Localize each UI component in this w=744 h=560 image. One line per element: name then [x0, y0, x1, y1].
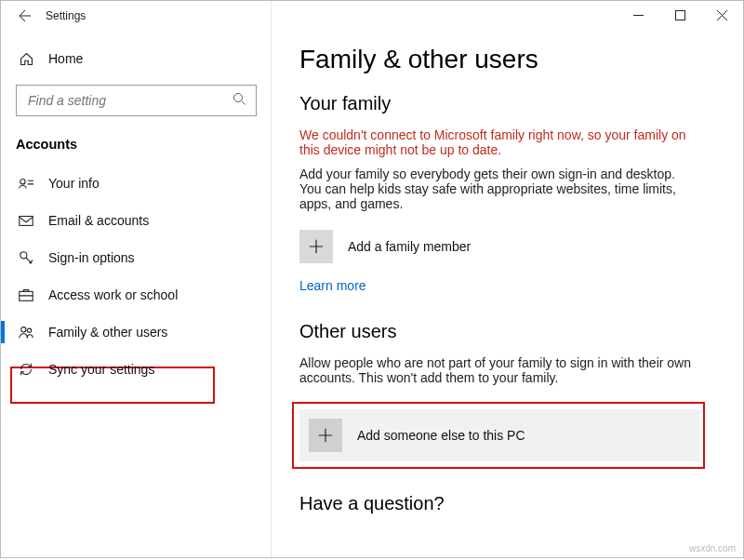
key-icon	[18, 249, 34, 266]
sidebar-item-label: Family & other users	[48, 325, 167, 340]
svg-rect-0	[676, 10, 685, 20]
sidebar-item-family-other-users[interactable]: Family & other users	[1, 313, 272, 351]
svg-point-1	[234, 94, 243, 102]
briefcase-icon	[18, 287, 34, 303]
sidebar-item-label: Sign-in options	[48, 250, 135, 265]
mail-icon	[18, 212, 34, 229]
family-error-text: We couldn't connect to Microsoft family …	[299, 127, 699, 157]
person-card-icon	[18, 175, 34, 192]
sidebar-item-access-work-school[interactable]: Access work or school	[1, 276, 272, 313]
svg-point-6	[21, 327, 26, 332]
sidebar-item-signin-options[interactable]: Sign-in options	[1, 239, 272, 276]
home-button[interactable]: Home	[1, 40, 272, 77]
search-box[interactable]	[16, 85, 257, 116]
svg-rect-3	[20, 217, 33, 226]
svg-point-7	[28, 328, 32, 332]
other-users-heading: Other users	[299, 321, 715, 342]
annotation-highlight-add-other: Add someone else to this PC	[292, 402, 705, 469]
svg-point-2	[20, 180, 25, 184]
svg-point-4	[20, 252, 27, 259]
content: Family & other users Your family We coul…	[272, 31, 743, 557]
window-controls	[618, 1, 743, 29]
add-family-member-button[interactable]: Add a family member	[299, 228, 699, 265]
sync-icon	[18, 361, 34, 378]
people-icon	[18, 324, 34, 340]
family-description: Add your family so everybody gets their …	[299, 167, 699, 211]
sidebar-section-accounts: Accounts	[1, 131, 272, 165]
question-heading: Have a question?	[299, 493, 715, 514]
plus-icon	[299, 230, 333, 263]
add-other-user-label: Add someone else to this PC	[357, 428, 525, 443]
home-icon	[18, 50, 34, 67]
titlebar: Settings	[1, 1, 743, 31]
sidebar-item-email-accounts[interactable]: Email & accounts	[1, 202, 272, 239]
search-input[interactable]	[26, 92, 232, 109]
add-other-user-button[interactable]: Add someone else to this PC	[299, 409, 699, 461]
sidebar: Home Accounts Your info Email & accounts	[1, 31, 272, 557]
sidebar-item-label: Sync your settings	[48, 362, 154, 377]
sidebar-item-label: Email & accounts	[48, 213, 149, 228]
page-title: Family & other users	[299, 45, 715, 74]
search-icon	[232, 92, 246, 109]
watermark: wsxdn.com	[689, 543, 736, 553]
maximize-button[interactable]	[659, 1, 701, 29]
sidebar-item-label: Access work or school	[48, 287, 178, 302]
family-heading: Your family	[299, 93, 715, 114]
learn-more-link[interactable]: Learn more	[299, 278, 366, 293]
window-title: Settings	[46, 9, 86, 22]
arrow-left-icon	[18, 8, 33, 23]
home-label: Home	[48, 51, 83, 66]
minimize-button[interactable]	[618, 1, 659, 29]
back-button[interactable]	[5, 1, 46, 31]
plus-icon	[309, 419, 342, 452]
sidebar-item-your-info[interactable]: Your info	[1, 165, 272, 202]
sidebar-item-sync-settings[interactable]: Sync your settings	[1, 351, 272, 388]
sidebar-item-label: Your info	[48, 176, 100, 191]
close-button[interactable]	[701, 1, 743, 29]
add-family-member-label: Add a family member	[348, 239, 471, 254]
other-users-description: Allow people who are not part of your fa…	[299, 355, 699, 385]
